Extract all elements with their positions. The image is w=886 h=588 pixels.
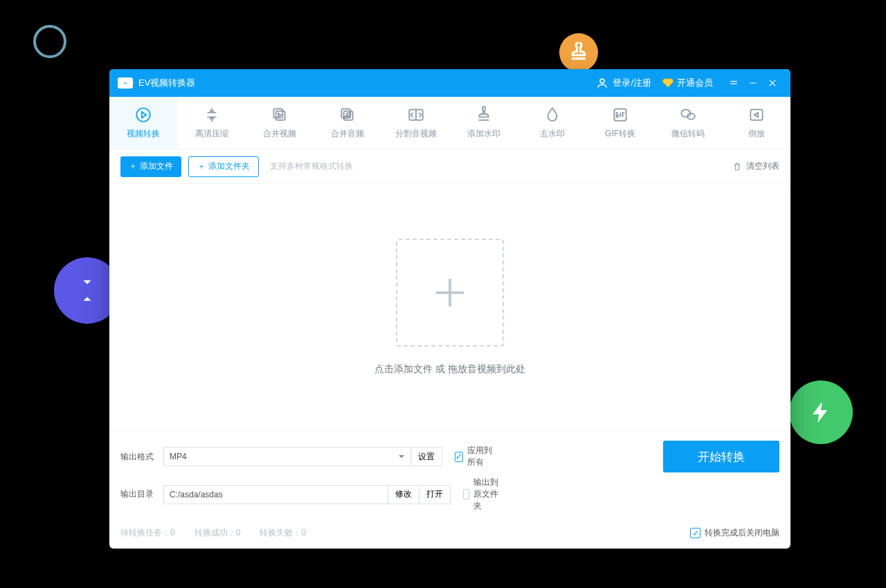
tab-add-watermark[interactable]: 添加水印 [450, 97, 518, 149]
tab-label: 添加水印 [467, 128, 500, 140]
start-convert-button[interactable]: 开始转换 [663, 441, 779, 472]
chevron-down-icon [398, 453, 405, 460]
tab-merge-video[interactable]: 合并视频 [246, 97, 314, 149]
add-file-label: 添加文件 [140, 160, 173, 172]
format-hint: 支持多种常规格式转换 [270, 160, 353, 172]
merge-audio-icon [338, 106, 356, 124]
output-dir-input[interactable]: C:/asda/asdas [163, 485, 388, 504]
add-folder-label: 添加文件夹 [208, 160, 250, 172]
output-panel: 输出格式 MP4 设置 应用到所有 开始转换 输出目录 C:/asda/asda… [109, 430, 790, 522]
trash-icon [732, 162, 742, 172]
checkbox-box [463, 489, 469, 499]
drop-area: 点击添加文件 或 拖放音视频到此处 [109, 184, 790, 430]
tab-label: 视频转换 [127, 128, 160, 140]
tab-label: 合并音频 [331, 128, 364, 140]
titlebar: ~ EV视频转换器 登录/注册 开通会员 [109, 69, 790, 97]
decorative-stamp-badge [559, 33, 598, 72]
status-bar: 待转换任务：0 转换成功：0 转换失败：0 转换完成后关闭电脑 [109, 522, 790, 549]
output-format-value: MP4 [170, 452, 187, 461]
tab-label: 去水印 [540, 128, 565, 140]
add-file-button[interactable]: ＋ 添加文件 [120, 156, 181, 177]
app-window: ~ EV视频转换器 登录/注册 开通会员 视频转换 高清压缩 合并视频 [109, 69, 790, 549]
drop-target[interactable] [396, 239, 504, 347]
clear-list-label: 清空列表 [746, 160, 779, 172]
tab-label: 分割音视频 [395, 128, 437, 140]
tab-reverse[interactable]: 倒放 [723, 97, 790, 149]
compress-icon [203, 106, 221, 124]
diamond-icon [662, 78, 673, 88]
tab-merge-audio[interactable]: 合并音频 [314, 97, 381, 149]
app-logo-icon: ~ [118, 77, 133, 89]
split-icon [407, 106, 425, 124]
format-settings-button[interactable]: 设置 [411, 447, 442, 466]
decorative-bolt-badge [789, 380, 853, 444]
merge-video-icon [271, 106, 289, 124]
status-success: 转换成功：0 [195, 527, 241, 539]
checkbox-box [690, 528, 700, 538]
tab-label: 合并视频 [263, 128, 296, 140]
list-toolbar: ＋ 添加文件 ＋ 添加文件夹 支持多种常规格式转换 清空列表 [109, 149, 790, 184]
apply-all-label: 应用到所有 [467, 445, 498, 468]
svg-rect-10 [750, 109, 762, 120]
apply-all-checkbox[interactable]: 应用到所有 [455, 445, 498, 468]
tab-label: 高清压缩 [195, 128, 228, 140]
shutdown-checkbox[interactable]: 转换完成后关闭电脑 [690, 527, 779, 539]
output-dir-value: C:/asda/asdas [170, 490, 223, 499]
dropdown-button[interactable] [724, 78, 743, 88]
tab-label: 微信转码 [671, 128, 705, 140]
stamp-icon [475, 106, 493, 124]
vip-label: 开通会员 [677, 77, 713, 89]
status-failed: 转换失败：0 [260, 527, 306, 539]
login-label: 登录/注册 [613, 77, 651, 89]
user-icon [596, 77, 608, 89]
reverse-icon [748, 106, 766, 124]
svg-point-1 [136, 108, 150, 122]
tab-remove-watermark[interactable]: 去水印 [518, 97, 586, 149]
output-to-source-checkbox[interactable]: 输出到原文件夹 [463, 477, 506, 512]
svg-point-0 [600, 79, 604, 83]
main-tabs: 视频转换 高清压缩 合并视频 合并音频 分割音视频 添加水印 去水印 GIF转 [109, 97, 790, 149]
shutdown-label: 转换完成后关闭电脑 [705, 527, 779, 539]
drop-hint: 点击添加文件 或 拖放音视频到此处 [374, 363, 525, 376]
gif-icon [611, 106, 629, 124]
tab-label: GIF转换 [605, 128, 635, 140]
checkbox-box [455, 452, 463, 462]
minimize-button[interactable] [743, 78, 763, 88]
close-button[interactable] [763, 78, 782, 88]
clear-list-button[interactable]: 清空列表 [732, 160, 779, 172]
play-circle-icon [134, 106, 152, 124]
output-to-source-label: 输出到原文件夹 [473, 477, 506, 512]
app-title: EV视频转换器 [138, 77, 195, 89]
tab-wechat[interactable]: 微信转码 [654, 97, 722, 149]
login-button[interactable]: 登录/注册 [596, 77, 651, 89]
open-dir-button[interactable]: 打开 [419, 485, 451, 504]
vip-button[interactable]: 开通会员 [662, 77, 713, 89]
plus-icon [429, 272, 471, 313]
add-folder-button[interactable]: ＋ 添加文件夹 [188, 156, 259, 177]
decorative-ring [33, 25, 66, 58]
output-format-select[interactable]: MP4 [163, 447, 411, 466]
output-format-label: 输出格式 [120, 451, 163, 463]
output-dir-label: 输出目录 [120, 488, 163, 500]
wechat-icon [679, 106, 697, 124]
tab-label: 倒放 [748, 128, 765, 140]
tab-video-convert[interactable]: 视频转换 [109, 97, 177, 149]
tab-split[interactable]: 分割音视频 [382, 97, 450, 149]
tab-gif[interactable]: GIF转换 [586, 97, 654, 149]
tab-hd-compress[interactable]: 高清压缩 [177, 97, 245, 149]
droplet-icon [543, 106, 561, 124]
modify-dir-button[interactable]: 修改 [388, 485, 419, 504]
status-pending: 待转换任务：0 [120, 527, 175, 539]
